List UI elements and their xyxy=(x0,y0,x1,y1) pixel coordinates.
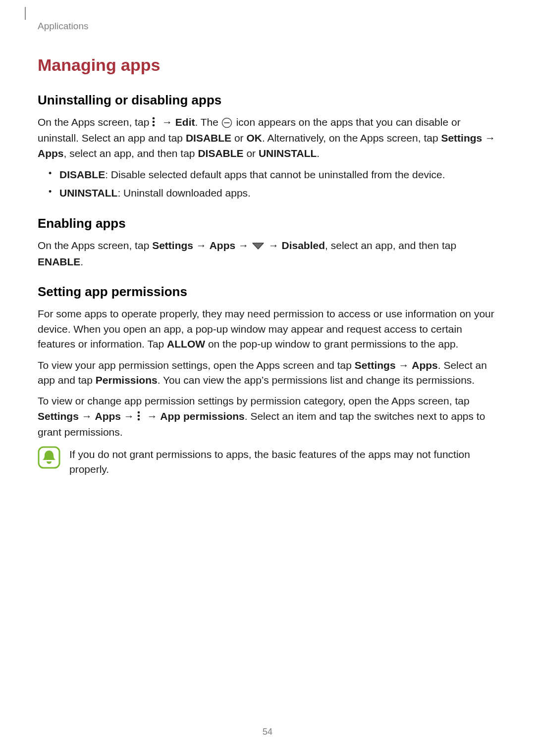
header-rule xyxy=(25,7,26,20)
paragraph: On the Apps screen, tap → Edit. The icon… xyxy=(38,115,497,161)
text: . xyxy=(80,256,83,267)
text-bold: Apps xyxy=(412,359,438,371)
text-bold: DISABLE xyxy=(59,169,105,180)
text: . xyxy=(317,148,320,159)
text-bold: Settings xyxy=(38,410,79,422)
heading-uninstall: Uninstalling or disabling apps xyxy=(38,93,497,108)
text-bold: Settings xyxy=(441,132,482,144)
text-bold: Settings xyxy=(152,240,193,251)
text-bold: UNINSTALL xyxy=(59,187,117,199)
text: → xyxy=(159,116,175,128)
heading-permissions: Setting app permissions xyxy=(38,284,497,300)
text: . Alternatively, on the Apps screen, tap xyxy=(262,132,441,144)
page-title: Managing apps xyxy=(38,55,497,75)
text-bold: Settings xyxy=(355,359,396,371)
note-text: If you do not grant permissions to apps,… xyxy=(69,446,497,477)
text-bold: Permissions xyxy=(96,374,158,386)
svg-point-7 xyxy=(137,415,140,417)
svg-point-1 xyxy=(153,121,155,123)
text: or xyxy=(244,148,259,159)
paragraph: On the Apps screen, tap Settings → Apps … xyxy=(38,238,497,269)
text: : Disable selected default apps that can… xyxy=(105,169,445,180)
text: → xyxy=(235,240,252,251)
page-number: 54 xyxy=(0,727,535,737)
text: or xyxy=(231,132,246,144)
text-bold: Edit xyxy=(175,116,195,128)
text-bold: ENABLE xyxy=(38,256,80,267)
text: → xyxy=(396,359,412,371)
text-bold: Disabled xyxy=(282,240,325,251)
text: , select an app, and then tap xyxy=(64,148,198,159)
more-options-icon xyxy=(137,410,144,425)
text-bold: Apps xyxy=(95,410,121,422)
text-bold: DISABLE xyxy=(198,148,243,159)
text: → xyxy=(121,410,137,422)
text-bold: App permissions xyxy=(160,410,244,422)
text-bold: ALLOW xyxy=(167,338,205,350)
text-bold: OK xyxy=(246,132,262,144)
breadcrumb: Applications xyxy=(38,19,497,32)
more-options-icon xyxy=(152,116,159,131)
text-bold: UNINSTALL xyxy=(259,148,317,159)
text: , select an app, and then tap xyxy=(325,240,456,251)
text: → xyxy=(79,410,95,422)
text: To view or change app permission setting… xyxy=(38,395,470,406)
svg-point-8 xyxy=(137,418,140,421)
paragraph: For some apps to operate properly, they … xyxy=(38,306,497,352)
text: → xyxy=(144,410,160,422)
text: . The xyxy=(195,116,221,128)
note-callout: If you do not grant permissions to apps,… xyxy=(38,446,497,477)
text: . You can view the app’s permissions lis… xyxy=(158,374,475,386)
list: DISABLE: Disable selected default apps t… xyxy=(38,167,497,201)
text: → xyxy=(482,132,495,144)
paragraph: To view your app permission settings, op… xyxy=(38,358,497,388)
heading-enable: Enabling apps xyxy=(38,216,497,231)
text: on the pop-up window to grant permission… xyxy=(205,338,458,350)
dropdown-triangle-icon xyxy=(252,239,266,254)
note-bell-icon xyxy=(38,446,60,471)
paragraph: To view or change app permission setting… xyxy=(38,394,497,440)
text: To view your app permission settings, op… xyxy=(38,359,355,371)
text-bold: Apps xyxy=(38,148,64,159)
svg-marker-5 xyxy=(253,243,264,249)
svg-point-0 xyxy=(153,117,155,120)
text: → xyxy=(193,240,210,251)
text: On the Apps screen, tap xyxy=(38,116,152,128)
text: → xyxy=(266,240,282,251)
svg-point-6 xyxy=(137,411,140,414)
text: : Uninstall downloaded apps. xyxy=(117,187,251,199)
text-bold: DISABLE xyxy=(186,132,231,144)
text: On the Apps screen, tap xyxy=(38,240,152,251)
list-item: UNINSTALL: Uninstall downloaded apps. xyxy=(57,185,497,202)
list-item: DISABLE: Disable selected default apps t… xyxy=(57,167,497,183)
svg-point-2 xyxy=(153,124,155,127)
text-bold: Apps xyxy=(210,240,236,251)
disable-minus-icon xyxy=(221,117,233,129)
